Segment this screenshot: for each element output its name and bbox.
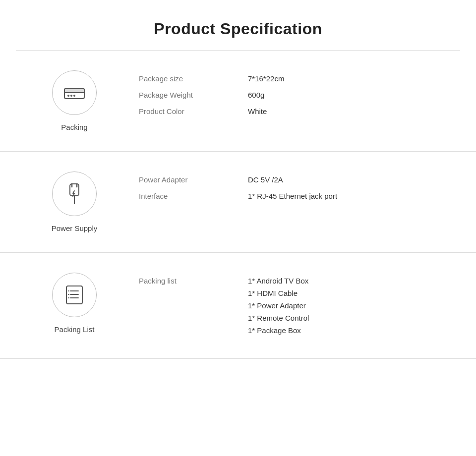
spec-value: 1* RJ-45 Ethernet jack port [248,192,446,200]
spec-row: Package Weight600g [139,87,446,103]
section-packing: PackingPackage size7*16*22cmPackage Weig… [0,51,476,152]
spec-value: 600g [248,91,446,99]
page-title: Product Specification [0,0,476,50]
spec-row: Product ColorWhite [139,103,446,119]
spec-key: Product Color [139,107,248,115]
list-icon [52,273,97,317]
spec-value: White [248,107,446,115]
list-item: 1* Android TV Box [248,277,309,285]
section-power-supply: Power SupplyPower AdapterDC 5V /2AInterf… [0,152,476,253]
icon-label-power-supply: Power Supply [52,224,98,232]
spec-row: Package size7*16*22cm [139,70,446,87]
list-item: 1* HDMI Cable [248,289,309,297]
spec-key: Package Weight [139,91,248,99]
power-icon [52,171,97,216]
icon-col-packing: Packing [30,70,119,131]
svg-point-4 [70,95,72,97]
packing-icon [52,70,97,115]
svg-rect-1 [64,89,84,93]
icon-col-packing-list: Packing List [30,273,119,334]
spec-value: 7*16*22cm [248,74,446,83]
list-item: 1* Power Adapter [248,301,309,310]
list-item: 1* Package Box [248,326,309,335]
list-item: 1* Remote Control [248,314,309,322]
spec-key: Interface [139,192,248,200]
section-packing-list: Packing ListPacking list1* Android TV Bo… [0,253,476,359]
specs-col-power-supply: Power AdapterDC 5V /2AInterface1* RJ-45 … [119,171,446,204]
specs-col-packing: Package size7*16*22cmPackage Weight600gP… [119,70,446,119]
spec-value-list: 1* Android TV Box1* HDMI Cable1* Power A… [248,277,309,335]
icon-label-packing: Packing [61,123,87,131]
spec-row: Interface1* RJ-45 Ethernet jack port [139,188,446,204]
spec-row: Packing list1* Android TV Box1* HDMI Cab… [139,273,446,339]
spec-key: Packing list [139,277,248,285]
icon-col-power-supply: Power Supply [30,171,119,232]
svg-point-3 [67,95,69,97]
spec-row: Power AdapterDC 5V /2A [139,171,446,188]
spec-key: Package size [139,74,248,83]
svg-point-5 [73,95,75,97]
specs-col-packing-list: Packing list1* Android TV Box1* HDMI Cab… [119,273,446,339]
spec-value: DC 5V /2A [248,175,446,184]
icon-label-packing-list: Packing List [55,325,95,334]
spec-key: Power Adapter [139,175,248,184]
